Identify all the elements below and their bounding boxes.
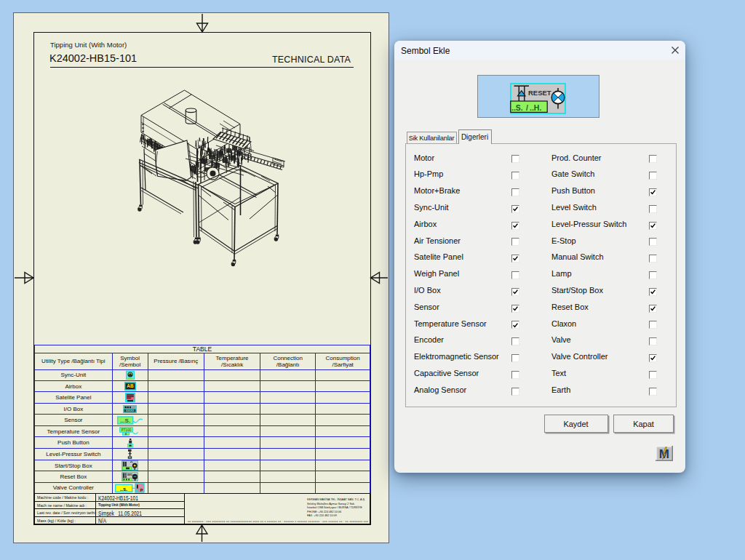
svg-text:...S.: ...S. [120,417,130,424]
svg-text:P: P [140,488,143,492]
svg-text:RESET: RESET [528,89,551,97]
svg-text:..s.: ..s. [120,486,127,492]
svg-text:AB: AB [127,383,134,388]
svg-text:A: A [124,433,127,436]
svg-text:PT100: PT100 [121,428,131,432]
svg-text:..S. / ..H.: ..S. / ..H. [511,103,541,112]
svg-text:RESET: RESET [125,473,133,476]
svg-text:xxxxx: xxxxx [126,409,135,412]
